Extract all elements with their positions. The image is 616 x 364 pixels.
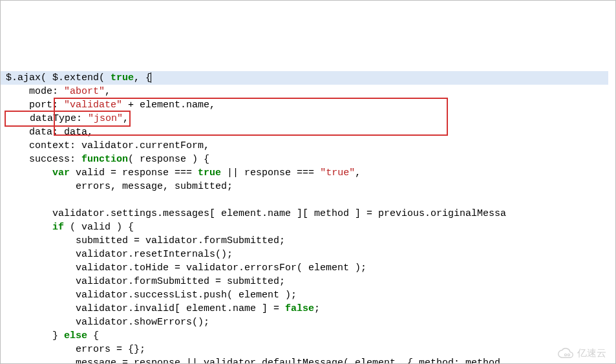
code-text <box>6 222 52 233</box>
keyword: function <box>81 154 128 165</box>
code-text: validator.formSubmitted = submitted; <box>6 276 285 287</box>
code-text: validator.invalid[ element.name ] = <box>6 303 285 314</box>
code-text: $.ajax( $.extend( <box>6 72 111 83</box>
string-literal: "json" <box>88 113 123 124</box>
code-text <box>6 167 52 178</box>
code-text: , { <box>134 72 151 83</box>
code-text: ( response ) { <box>128 154 209 165</box>
code-text: errors = {}; <box>6 344 145 355</box>
code-text: validator.settings.messages[ element.nam… <box>6 208 506 219</box>
string-literal: "true" <box>320 167 355 178</box>
cloud-icon <box>557 347 575 359</box>
code-text: dataType: <box>6 113 88 124</box>
code-text: } <box>6 330 64 341</box>
code-text: errors, message, submitted; <box>6 181 233 192</box>
code-text: , <box>355 167 361 178</box>
svg-point-1 <box>568 354 569 356</box>
keyword: if <box>52 222 64 233</box>
code-text: validator.resetInternals(); <box>6 249 233 260</box>
code-text: validator.showErrors(); <box>6 317 209 328</box>
text-cursor <box>151 72 151 83</box>
keyword: true <box>111 72 134 83</box>
code-text: ( valid ) { <box>64 222 134 233</box>
string-literal: "abort" <box>64 86 105 97</box>
code-text: ; <box>314 303 320 314</box>
code-text: + element.name, <box>122 100 215 111</box>
code-text: data: data, <box>6 127 93 138</box>
string-literal: "validate" <box>64 100 122 111</box>
code-text: valid = response === <box>70 167 198 178</box>
code-text: validator.toHide = validator.errorsFor( … <box>6 262 366 273</box>
code-text: validator.successList.push( element ); <box>6 290 297 301</box>
code-line-active[interactable]: $.ajax( $.extend( true, { <box>1 71 608 85</box>
code-text: submitted = validator.formSubmitted; <box>6 235 285 246</box>
code-text: message = response || validator.defaultM… <box>6 358 506 364</box>
code-text: mode: <box>6 86 64 97</box>
code-text: || response === <box>221 167 320 178</box>
highlight-box-datatype: dataType: "json", <box>6 112 129 125</box>
keyword: else <box>64 330 87 341</box>
svg-point-0 <box>564 354 566 356</box>
code-text: , <box>105 86 111 97</box>
code-text: success: <box>6 154 81 165</box>
watermark: 亿速云 <box>557 346 606 359</box>
code-text: context: validator.currentForm, <box>6 140 209 151</box>
keyword: false <box>285 303 314 314</box>
code-editor[interactable]: $.ajax( $.extend( true, { mode: "abort",… <box>6 58 610 364</box>
keyword: var <box>52 167 70 178</box>
code-text: { <box>87 330 99 341</box>
code-text: port: <box>6 100 64 111</box>
watermark-text: 亿速云 <box>577 346 606 359</box>
code-text: , <box>123 113 129 124</box>
keyword: true <box>198 167 221 178</box>
